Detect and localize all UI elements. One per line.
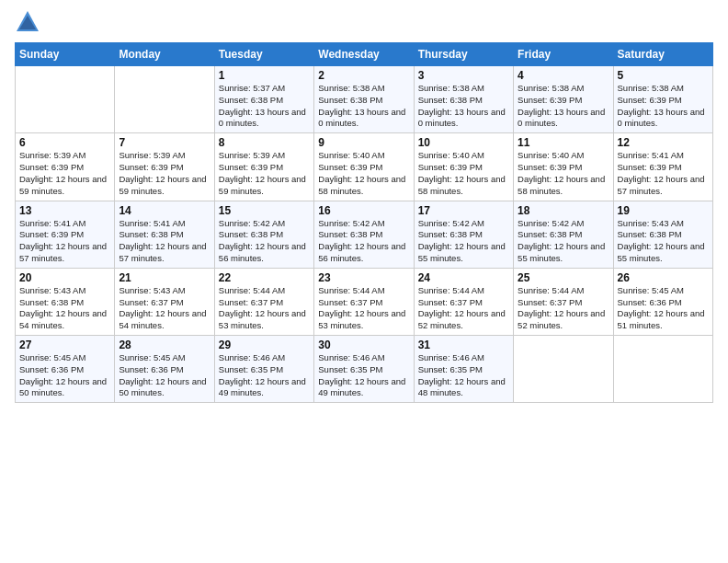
- day-number: 2: [318, 69, 409, 82]
- day-info: Sunrise: 5:44 AM Sunset: 6:37 PM Dayligh…: [219, 285, 310, 332]
- calendar-cell: 13Sunrise: 5:41 AM Sunset: 6:39 PM Dayli…: [16, 201, 115, 268]
- day-info: Sunrise: 5:46 AM Sunset: 6:35 PM Dayligh…: [219, 352, 310, 399]
- calendar-table: SundayMondayTuesdayWednesdayThursdayFrid…: [15, 42, 713, 403]
- day-info: Sunrise: 5:46 AM Sunset: 6:35 PM Dayligh…: [418, 352, 509, 399]
- day-number: 15: [219, 204, 310, 217]
- day-info: Sunrise: 5:43 AM Sunset: 6:37 PM Dayligh…: [119, 285, 210, 332]
- day-info: Sunrise: 5:41 AM Sunset: 6:38 PM Dayligh…: [119, 218, 210, 265]
- day-number: 8: [219, 136, 310, 149]
- day-number: 25: [518, 271, 609, 284]
- day-number: 9: [318, 136, 409, 149]
- day-number: 26: [618, 271, 709, 284]
- calendar-cell: 5Sunrise: 5:38 AM Sunset: 6:39 PM Daylig…: [613, 66, 712, 133]
- day-info: Sunrise: 5:42 AM Sunset: 6:38 PM Dayligh…: [318, 218, 409, 265]
- day-number: 13: [19, 204, 110, 217]
- calendar-cell: 17Sunrise: 5:42 AM Sunset: 6:38 PM Dayli…: [414, 201, 513, 268]
- calendar-header-row: SundayMondayTuesdayWednesdayThursdayFrid…: [16, 43, 713, 66]
- calendar-cell: [613, 336, 712, 403]
- day-info: Sunrise: 5:45 AM Sunset: 6:36 PM Dayligh…: [119, 352, 210, 399]
- calendar-cell: 12Sunrise: 5:41 AM Sunset: 6:39 PM Dayli…: [613, 133, 712, 201]
- calendar-cell: 23Sunrise: 5:44 AM Sunset: 6:37 PM Dayli…: [314, 268, 414, 335]
- calendar-cell: 25Sunrise: 5:44 AM Sunset: 6:37 PM Dayli…: [514, 268, 613, 335]
- day-info: Sunrise: 5:44 AM Sunset: 6:37 PM Dayligh…: [418, 285, 509, 332]
- day-info: Sunrise: 5:42 AM Sunset: 6:38 PM Dayligh…: [219, 218, 310, 265]
- day-info: Sunrise: 5:43 AM Sunset: 6:38 PM Dayligh…: [618, 218, 709, 265]
- day-number: 6: [19, 136, 110, 149]
- day-number: 27: [19, 339, 110, 351]
- day-number: 29: [219, 339, 310, 351]
- day-info: Sunrise: 5:40 AM Sunset: 6:39 PM Dayligh…: [518, 150, 609, 197]
- calendar-cell: 9Sunrise: 5:40 AM Sunset: 6:39 PM Daylig…: [314, 133, 414, 201]
- calendar-cell: 27Sunrise: 5:45 AM Sunset: 6:36 PM Dayli…: [16, 336, 115, 403]
- day-info: Sunrise: 5:44 AM Sunset: 6:37 PM Dayligh…: [518, 285, 609, 332]
- calendar-week-row: 13Sunrise: 5:41 AM Sunset: 6:39 PM Dayli…: [16, 201, 713, 268]
- weekday-header: Saturday: [613, 43, 712, 66]
- day-number: 3: [418, 69, 509, 82]
- calendar-cell: [16, 66, 115, 133]
- page: SundayMondayTuesdayWednesdayThursdayFrid…: [0, 0, 728, 563]
- logo-icon: [15, 9, 40, 35]
- day-number: 19: [618, 204, 709, 217]
- day-number: 30: [318, 339, 409, 351]
- calendar-cell: [514, 336, 613, 403]
- calendar-cell: 6Sunrise: 5:39 AM Sunset: 6:39 PM Daylig…: [16, 133, 115, 201]
- day-number: 24: [418, 271, 509, 284]
- day-info: Sunrise: 5:39 AM Sunset: 6:39 PM Dayligh…: [119, 150, 210, 197]
- calendar-cell: 22Sunrise: 5:44 AM Sunset: 6:37 PM Dayli…: [214, 268, 313, 335]
- day-info: Sunrise: 5:39 AM Sunset: 6:39 PM Dayligh…: [219, 150, 310, 197]
- calendar-cell: 3Sunrise: 5:38 AM Sunset: 6:38 PM Daylig…: [414, 66, 513, 133]
- calendar-cell: 19Sunrise: 5:43 AM Sunset: 6:38 PM Dayli…: [613, 201, 712, 268]
- day-number: 4: [518, 69, 609, 82]
- calendar-cell: 14Sunrise: 5:41 AM Sunset: 6:38 PM Dayli…: [115, 201, 214, 268]
- day-info: Sunrise: 5:40 AM Sunset: 6:39 PM Dayligh…: [418, 150, 509, 197]
- day-info: Sunrise: 5:42 AM Sunset: 6:38 PM Dayligh…: [518, 218, 609, 265]
- calendar-cell: 18Sunrise: 5:42 AM Sunset: 6:38 PM Dayli…: [514, 201, 613, 268]
- calendar-cell: 4Sunrise: 5:38 AM Sunset: 6:39 PM Daylig…: [514, 66, 613, 133]
- calendar-week-row: 6Sunrise: 5:39 AM Sunset: 6:39 PM Daylig…: [16, 133, 713, 201]
- day-number: 1: [219, 69, 310, 82]
- calendar-cell: 7Sunrise: 5:39 AM Sunset: 6:39 PM Daylig…: [115, 133, 214, 201]
- calendar-cell: 8Sunrise: 5:39 AM Sunset: 6:39 PM Daylig…: [214, 133, 313, 201]
- day-number: 10: [418, 136, 509, 149]
- day-number: 21: [119, 271, 210, 284]
- day-info: Sunrise: 5:38 AM Sunset: 6:38 PM Dayligh…: [318, 83, 409, 130]
- day-number: 20: [19, 271, 110, 284]
- day-info: Sunrise: 5:45 AM Sunset: 6:36 PM Dayligh…: [618, 285, 709, 332]
- day-info: Sunrise: 5:40 AM Sunset: 6:39 PM Dayligh…: [318, 150, 409, 197]
- calendar-cell: 20Sunrise: 5:43 AM Sunset: 6:38 PM Dayli…: [16, 268, 115, 335]
- day-info: Sunrise: 5:41 AM Sunset: 6:39 PM Dayligh…: [19, 218, 110, 265]
- weekday-header: Sunday: [16, 43, 115, 66]
- day-number: 16: [318, 204, 409, 217]
- day-info: Sunrise: 5:37 AM Sunset: 6:38 PM Dayligh…: [219, 83, 310, 130]
- day-info: Sunrise: 5:42 AM Sunset: 6:38 PM Dayligh…: [418, 218, 509, 265]
- day-number: 5: [618, 69, 709, 82]
- calendar-cell: 15Sunrise: 5:42 AM Sunset: 6:38 PM Dayli…: [214, 201, 313, 268]
- day-number: 22: [219, 271, 310, 284]
- day-number: 17: [418, 204, 509, 217]
- weekday-header: Monday: [115, 43, 214, 66]
- calendar-week-row: 1Sunrise: 5:37 AM Sunset: 6:38 PM Daylig…: [16, 66, 713, 133]
- calendar-cell: 11Sunrise: 5:40 AM Sunset: 6:39 PM Dayli…: [514, 133, 613, 201]
- day-info: Sunrise: 5:38 AM Sunset: 6:39 PM Dayligh…: [618, 83, 709, 130]
- day-number: 12: [618, 136, 709, 149]
- day-info: Sunrise: 5:38 AM Sunset: 6:38 PM Dayligh…: [418, 83, 509, 130]
- calendar-cell: 10Sunrise: 5:40 AM Sunset: 6:39 PM Dayli…: [414, 133, 513, 201]
- calendar-cell: 16Sunrise: 5:42 AM Sunset: 6:38 PM Dayli…: [314, 201, 414, 268]
- day-info: Sunrise: 5:46 AM Sunset: 6:35 PM Dayligh…: [318, 352, 409, 399]
- calendar-cell: 2Sunrise: 5:38 AM Sunset: 6:38 PM Daylig…: [314, 66, 414, 133]
- calendar-cell: 21Sunrise: 5:43 AM Sunset: 6:37 PM Dayli…: [115, 268, 214, 335]
- header: [15, 9, 713, 35]
- calendar-cell: 31Sunrise: 5:46 AM Sunset: 6:35 PM Dayli…: [414, 336, 513, 403]
- day-number: 18: [518, 204, 609, 217]
- weekday-header: Friday: [514, 43, 613, 66]
- calendar-cell: 24Sunrise: 5:44 AM Sunset: 6:37 PM Dayli…: [414, 268, 513, 335]
- day-number: 7: [119, 136, 210, 149]
- day-info: Sunrise: 5:39 AM Sunset: 6:39 PM Dayligh…: [19, 150, 110, 197]
- day-number: 28: [119, 339, 210, 351]
- calendar-cell: 26Sunrise: 5:45 AM Sunset: 6:36 PM Dayli…: [613, 268, 712, 335]
- day-number: 11: [518, 136, 609, 149]
- calendar-cell: 29Sunrise: 5:46 AM Sunset: 6:35 PM Dayli…: [214, 336, 313, 403]
- day-info: Sunrise: 5:38 AM Sunset: 6:39 PM Dayligh…: [518, 83, 609, 130]
- calendar-cell: [115, 66, 214, 133]
- day-number: 23: [318, 271, 409, 284]
